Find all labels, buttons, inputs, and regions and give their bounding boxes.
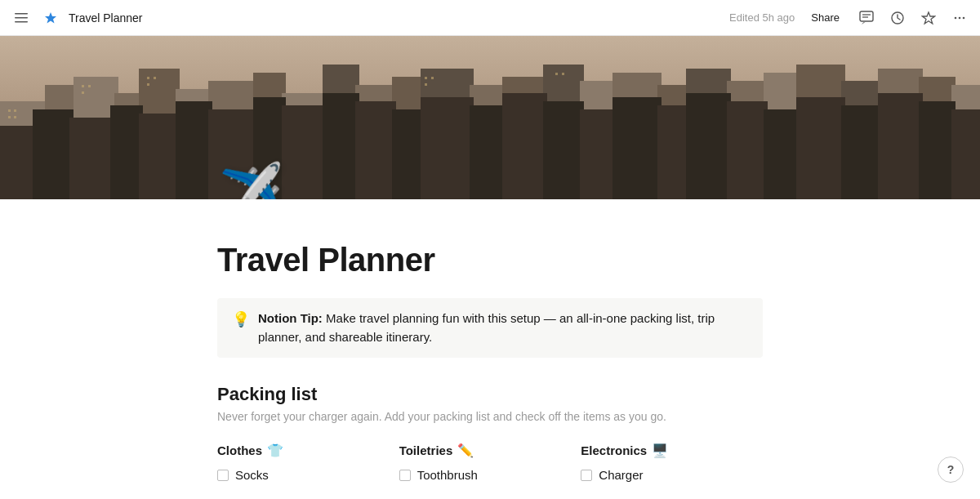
hero-banner: ✈️ xyxy=(0,36,980,199)
svg-rect-79 xyxy=(951,109,980,199)
favorite-icon[interactable] xyxy=(918,7,939,29)
charger-item: Charger xyxy=(581,468,743,482)
svg-rect-56 xyxy=(110,105,143,199)
share-button[interactable]: Share xyxy=(804,8,846,27)
charger-label: Charger xyxy=(599,468,643,482)
svg-rect-64 xyxy=(392,109,425,199)
tip-content: Notion Tip: Make travel planning fun wit… xyxy=(258,310,748,346)
clothes-icon: 👕 xyxy=(267,443,283,458)
edited-timestamp: Edited 5h ago xyxy=(729,11,795,24)
toothbrush-label: Toothbrush xyxy=(417,468,478,482)
svg-rect-46 xyxy=(154,77,156,79)
clothes-label: Clothes xyxy=(217,443,262,457)
svg-rect-66 xyxy=(470,105,506,199)
svg-rect-74 xyxy=(764,109,800,199)
packing-section-desc: Never forget your charger again. Add you… xyxy=(217,410,763,423)
svg-rect-77 xyxy=(878,93,923,199)
svg-rect-58 xyxy=(176,101,212,199)
svg-rect-63 xyxy=(355,101,396,199)
svg-rect-54 xyxy=(33,109,74,199)
electronics-icon: 🖥️ xyxy=(652,443,668,458)
topbar: Travel Planner Edited 5h ago Share xyxy=(0,0,980,36)
tip-body: Make travel planning fun with this setup… xyxy=(258,311,715,344)
svg-rect-71 xyxy=(657,105,690,199)
toiletries-label: Toiletries xyxy=(399,443,453,457)
svg-rect-42 xyxy=(82,85,84,87)
svg-rect-41 xyxy=(14,116,16,118)
svg-rect-67 xyxy=(502,93,547,199)
hero-airplane-emoji: ✈️ xyxy=(218,160,288,199)
svg-rect-43 xyxy=(88,85,91,87)
socks-checkbox[interactable] xyxy=(217,470,229,481)
page-title: Travel Planner xyxy=(217,242,763,278)
topbar-left: Travel Planner xyxy=(10,7,143,29)
svg-rect-40 xyxy=(8,116,11,118)
socks-item: Socks xyxy=(217,468,380,482)
svg-rect-47 xyxy=(147,83,149,86)
electronics-label: Electronics xyxy=(581,443,647,457)
more-icon[interactable] xyxy=(949,7,970,29)
clothes-col-header: Clothes 👕 xyxy=(217,443,380,458)
app-icon xyxy=(39,7,62,29)
svg-rect-76 xyxy=(841,105,882,199)
svg-rect-39 xyxy=(14,109,16,112)
svg-rect-3 xyxy=(860,11,873,21)
tip-bold: Notion Tip: xyxy=(258,311,323,325)
svg-rect-48 xyxy=(425,77,427,79)
svg-rect-44 xyxy=(82,91,84,94)
svg-rect-55 xyxy=(69,118,114,199)
clothes-column: Clothes 👕 Socks xyxy=(217,443,399,488)
svg-point-8 xyxy=(959,16,961,19)
svg-rect-51 xyxy=(555,73,558,75)
svg-rect-65 xyxy=(421,97,474,199)
svg-rect-50 xyxy=(425,83,427,86)
svg-rect-78 xyxy=(919,101,956,199)
svg-rect-52 xyxy=(562,73,564,75)
tip-box: 💡 Notion Tip: Make travel planning fun w… xyxy=(217,298,763,358)
menu-icon[interactable] xyxy=(10,7,33,29)
toiletries-icon: ✏️ xyxy=(457,443,474,458)
page-content: Travel Planner 💡 Notion Tip: Make travel… xyxy=(139,199,841,499)
svg-rect-45 xyxy=(147,77,149,79)
comment-icon[interactable] xyxy=(856,7,877,29)
svg-rect-2 xyxy=(15,21,28,23)
electronics-column: Electronics 🖥️ Charger xyxy=(581,443,763,488)
svg-point-9 xyxy=(963,16,965,19)
svg-rect-69 xyxy=(580,109,617,199)
svg-rect-72 xyxy=(686,93,731,199)
packing-columns: Clothes 👕 Socks Toiletries ✏️ Toothbrush… xyxy=(217,443,763,488)
svg-rect-62 xyxy=(323,93,359,199)
charger-checkbox[interactable] xyxy=(581,470,592,481)
svg-rect-70 xyxy=(612,97,662,199)
svg-point-7 xyxy=(955,16,957,19)
svg-rect-75 xyxy=(796,97,845,199)
topbar-right: Edited 5h ago Share xyxy=(729,7,970,29)
svg-rect-49 xyxy=(431,77,434,79)
packing-section-title: Packing list xyxy=(217,384,763,405)
svg-rect-73 xyxy=(727,101,768,199)
svg-rect-68 xyxy=(543,101,584,199)
socks-label: Socks xyxy=(235,468,269,482)
history-icon[interactable] xyxy=(887,7,908,29)
tip-lightbulb-icon: 💡 xyxy=(232,310,250,328)
toiletries-column: Toiletries ✏️ Toothbrush xyxy=(399,443,581,488)
svg-rect-0 xyxy=(15,13,28,15)
svg-rect-61 xyxy=(282,105,327,199)
svg-rect-1 xyxy=(15,17,28,19)
electronics-col-header: Electronics 🖥️ xyxy=(581,443,743,458)
svg-rect-57 xyxy=(139,114,180,199)
help-button[interactable]: ? xyxy=(938,457,964,483)
topbar-page-title: Travel Planner xyxy=(69,11,143,25)
svg-rect-38 xyxy=(8,109,11,112)
toiletries-col-header: Toiletries ✏️ xyxy=(399,443,562,458)
toothbrush-item: Toothbrush xyxy=(399,468,562,482)
svg-rect-53 xyxy=(0,126,37,199)
toothbrush-checkbox[interactable] xyxy=(399,470,411,481)
